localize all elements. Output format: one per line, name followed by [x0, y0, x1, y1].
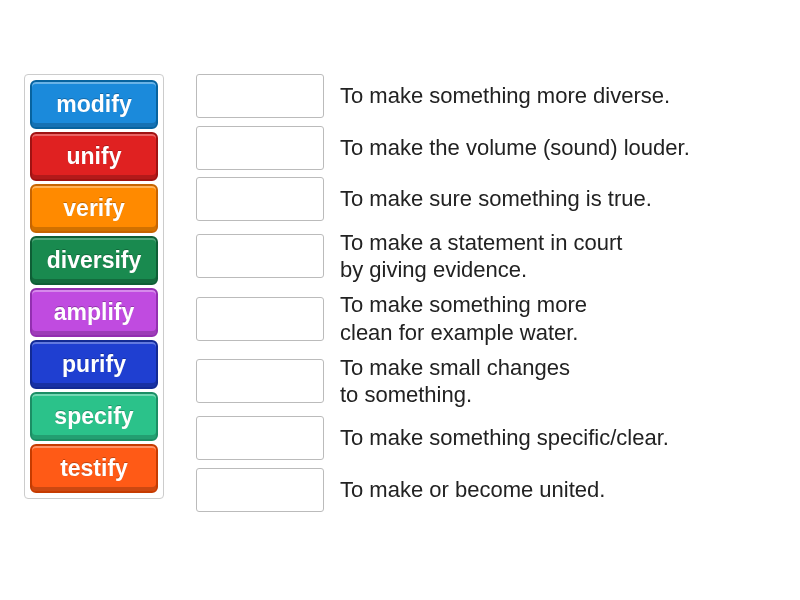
drop-slot[interactable]	[196, 74, 324, 118]
definition-text: To make something specific/clear.	[340, 424, 669, 452]
word-bank: modify unify verify diversify amplify pu…	[24, 74, 164, 499]
definition-row: To make sure something is true.	[196, 177, 690, 221]
drop-slot[interactable]	[196, 468, 324, 512]
matching-exercise: modify unify verify diversify amplify pu…	[0, 0, 800, 586]
word-tile-specify[interactable]: specify	[30, 392, 158, 441]
definition-row: To make a statement in court by giving e…	[196, 229, 690, 284]
definition-text: To make small changes to something.	[340, 354, 580, 409]
drop-slot[interactable]	[196, 234, 324, 278]
word-tile-purify[interactable]: purify	[30, 340, 158, 389]
definition-text: To make something more clean for example…	[340, 291, 630, 346]
word-tile-modify[interactable]: modify	[30, 80, 158, 129]
definition-row: To make or become united.	[196, 468, 690, 512]
definition-text: To make the volume (sound) louder.	[340, 134, 690, 162]
drop-slot[interactable]	[196, 359, 324, 403]
definition-text: To make something more diverse.	[340, 82, 670, 110]
definition-row: To make the volume (sound) louder.	[196, 126, 690, 170]
definition-row: To make something more clean for example…	[196, 291, 690, 346]
word-tile-unify[interactable]: unify	[30, 132, 158, 181]
word-tile-verify[interactable]: verify	[30, 184, 158, 233]
word-tile-amplify[interactable]: amplify	[30, 288, 158, 337]
word-tile-diversify[interactable]: diversify	[30, 236, 158, 285]
definition-text: To make or become united.	[340, 476, 605, 504]
definition-list: To make something more diverse. To make …	[196, 74, 690, 512]
drop-slot[interactable]	[196, 416, 324, 460]
definition-text: To make sure something is true.	[340, 185, 652, 213]
drop-slot[interactable]	[196, 297, 324, 341]
word-tile-testify[interactable]: testify	[30, 444, 158, 493]
definition-row: To make something more diverse.	[196, 74, 690, 118]
definition-row: To make small changes to something.	[196, 354, 690, 409]
definition-row: To make something specific/clear.	[196, 416, 690, 460]
drop-slot[interactable]	[196, 126, 324, 170]
definition-text: To make a statement in court by giving e…	[340, 229, 630, 284]
drop-slot[interactable]	[196, 177, 324, 221]
